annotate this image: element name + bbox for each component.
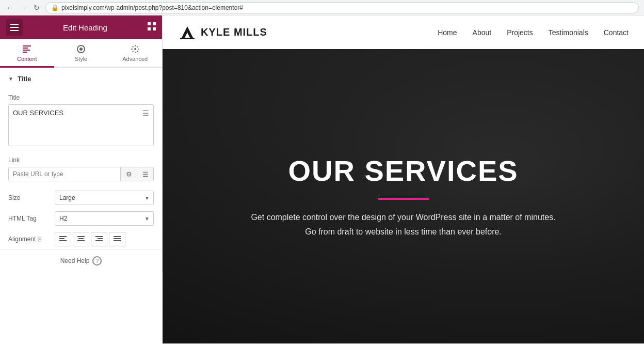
html-tag-select[interactable]: H2 H1 H3 H4 H5 H6 div span p bbox=[55, 211, 154, 226]
svg-rect-9 bbox=[23, 50, 30, 51]
hero-divider bbox=[378, 198, 429, 200]
title-textarea[interactable]: OUR SERVICES bbox=[9, 105, 153, 144]
help-text: Need Help bbox=[60, 257, 90, 264]
link-input[interactable] bbox=[9, 167, 120, 181]
grid-button[interactable] bbox=[148, 22, 156, 33]
svg-rect-20 bbox=[95, 236, 103, 237]
link-dynamic-button[interactable]: ☰ bbox=[137, 167, 153, 181]
main-area: Edit Heading bbox=[0, 15, 644, 344]
align-center-button[interactable] bbox=[73, 232, 89, 246]
align-right-button[interactable] bbox=[91, 232, 107, 246]
svg-rect-15 bbox=[59, 238, 65, 239]
link-label: Link bbox=[8, 157, 154, 164]
website-header: KYLE MILLS Home About Projects Testimoni… bbox=[163, 15, 644, 49]
screen-size-icon: ⎘ bbox=[38, 236, 41, 243]
svg-rect-3 bbox=[148, 22, 151, 25]
section-title-header[interactable]: ▼ Title bbox=[0, 68, 162, 90]
svg-rect-16 bbox=[59, 240, 67, 241]
size-select[interactable]: Large Default Small Medium XL XXL bbox=[55, 191, 154, 205]
panel-body: ▼ Title Title OUR SERVICES ☰ Link bbox=[0, 68, 162, 249]
left-panel: Edit Heading bbox=[0, 15, 163, 272]
svg-rect-7 bbox=[23, 45, 31, 46]
svg-marker-26 bbox=[181, 26, 194, 39]
svg-rect-14 bbox=[59, 236, 67, 237]
title-label: Title bbox=[8, 94, 154, 101]
svg-rect-21 bbox=[98, 238, 103, 239]
html-tag-label: HTML Tag bbox=[8, 215, 50, 222]
logo-mark-icon bbox=[178, 23, 197, 42]
textarea-dynamic-icon[interactable]: ☰ bbox=[142, 109, 149, 117]
back-button[interactable]: ← bbox=[5, 3, 14, 12]
nav-projects[interactable]: Projects bbox=[507, 28, 533, 37]
title-textarea-wrapper: OUR SERVICES ☰ bbox=[8, 104, 154, 146]
hero-title: OUR SERVICES bbox=[288, 154, 518, 187]
help-icon-label: ? bbox=[95, 258, 99, 264]
svg-rect-5 bbox=[148, 27, 151, 30]
svg-rect-27 bbox=[180, 38, 195, 39]
hero-content: OUR SERVICES Get complete control over t… bbox=[228, 154, 579, 238]
section-arrow: ▼ bbox=[8, 76, 13, 82]
tab-content[interactable]: Content bbox=[0, 39, 54, 68]
url-text: pixelsimply.com/wp-admin/post.php?post=8… bbox=[61, 4, 243, 11]
align-left-button[interactable] bbox=[55, 232, 71, 246]
svg-rect-1 bbox=[10, 27, 19, 28]
svg-point-12 bbox=[79, 48, 83, 51]
svg-rect-18 bbox=[78, 238, 84, 239]
panel-tabs: Content Style Advanced bbox=[0, 39, 162, 68]
svg-rect-25 bbox=[114, 240, 121, 241]
html-tag-select-wrapper: H2 H1 H3 H4 H5 H6 div span p ▼ bbox=[55, 211, 154, 226]
tab-advanced-label: Advanced bbox=[122, 56, 148, 62]
lock-icon: 🔒 bbox=[51, 4, 59, 11]
address-bar[interactable]: 🔒 pixelsimply.com/wp-admin/post.php?post… bbox=[45, 2, 639, 13]
nav-about[interactable]: About bbox=[473, 28, 492, 37]
nav-home[interactable]: Home bbox=[438, 28, 457, 37]
hero-subtitle: Get complete control over the design of … bbox=[249, 210, 558, 238]
tab-style[interactable]: Style bbox=[54, 39, 108, 68]
link-input-wrapper: ⚙ ☰ bbox=[8, 167, 154, 181]
svg-rect-4 bbox=[153, 22, 156, 25]
panel-title: Edit Heading bbox=[63, 23, 107, 32]
size-field: Size Large Default Small Medium XL XXL ▼ bbox=[0, 187, 162, 208]
svg-rect-0 bbox=[10, 24, 19, 25]
alignment-label-wrapper: Alignment ⎘ bbox=[8, 236, 55, 243]
svg-rect-22 bbox=[95, 240, 103, 241]
panel-header: Edit Heading bbox=[0, 15, 162, 39]
help-icon-button[interactable]: ? bbox=[92, 256, 102, 265]
left-panel-wrapper: Edit Heading bbox=[0, 15, 163, 344]
tab-advanced[interactable]: Advanced bbox=[108, 39, 162, 68]
svg-rect-2 bbox=[10, 30, 19, 31]
size-select-wrapper: Large Default Small Medium XL XXL ▼ bbox=[55, 191, 154, 205]
svg-rect-17 bbox=[77, 236, 85, 237]
hamburger-button[interactable] bbox=[6, 19, 23, 36]
svg-rect-6 bbox=[153, 27, 156, 30]
alignment-label: Alignment bbox=[8, 236, 36, 243]
html-tag-field: HTML Tag H2 H1 H3 H4 H5 H6 div span p bbox=[0, 208, 162, 229]
hero-section: OUR SERVICES Get complete control over t… bbox=[163, 49, 644, 343]
svg-rect-24 bbox=[114, 238, 121, 239]
panel-footer: Need Help ? bbox=[0, 249, 162, 272]
link-field: Link ⚙ ☰ bbox=[0, 152, 162, 187]
preview-area: KYLE MILLS Home About Projects Testimoni… bbox=[163, 15, 644, 344]
reload-button[interactable]: ↻ bbox=[32, 3, 41, 12]
svg-rect-23 bbox=[114, 236, 121, 237]
svg-point-13 bbox=[134, 48, 136, 50]
svg-rect-10 bbox=[23, 52, 27, 53]
alignment-field: Alignment ⎘ bbox=[0, 229, 162, 249]
alignment-buttons bbox=[55, 232, 125, 246]
forward-button[interactable]: → bbox=[19, 3, 28, 12]
svg-rect-19 bbox=[77, 240, 85, 241]
align-justify-button[interactable] bbox=[109, 232, 125, 246]
svg-rect-8 bbox=[23, 48, 28, 49]
browser-chrome: ← → ↻ 🔒 pixelsimply.com/wp-admin/post.ph… bbox=[0, 0, 644, 15]
site-nav: Home About Projects Testimonials Contact bbox=[438, 28, 629, 37]
site-logo: KYLE MILLS bbox=[178, 23, 267, 42]
size-label: Size bbox=[8, 194, 50, 201]
nav-testimonials[interactable]: Testimonials bbox=[549, 28, 588, 37]
title-field: Title OUR SERVICES ☰ bbox=[0, 90, 162, 152]
nav-contact[interactable]: Contact bbox=[604, 28, 629, 37]
tab-style-label: Style bbox=[75, 56, 87, 62]
logo-name: KYLE MILLS bbox=[201, 26, 267, 38]
link-settings-button[interactable]: ⚙ bbox=[120, 167, 137, 181]
section-title-label: Title bbox=[18, 75, 31, 83]
tab-content-label: Content bbox=[17, 56, 37, 62]
